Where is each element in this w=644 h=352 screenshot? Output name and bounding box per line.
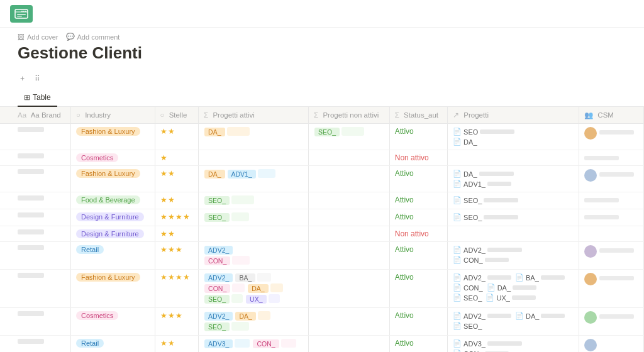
progetti-cell bbox=[448, 150, 579, 166]
page-actions: 🖼 Add cover 💬 Add comment bbox=[18, 33, 626, 41]
progetti-cell: 📄ADV2_ 📄CON_ bbox=[448, 242, 579, 270]
table-header-row: Aa Aa Brand ○ Industry ○ Stelle Σ Proget… bbox=[0, 107, 644, 124]
progetti-attivi-cell: ADV2_ CON_ bbox=[199, 242, 309, 270]
avatar bbox=[584, 127, 597, 140]
add-cover-button[interactable]: 🖼 Add cover bbox=[18, 33, 58, 41]
stelle-cell: ★★ bbox=[155, 166, 199, 192]
industry-cell: Food & Beverage bbox=[71, 192, 155, 209]
progetti-attivi-cell bbox=[199, 226, 309, 242]
stelle-cell: ★★★★ bbox=[155, 209, 199, 226]
avatar bbox=[584, 245, 597, 258]
svg-rect-2 bbox=[17, 16, 22, 17]
col-stelle[interactable]: ○ Stelle bbox=[155, 107, 199, 124]
stelle-cell: ★★ bbox=[155, 124, 199, 150]
progetti-attivi-cell: SEO_ bbox=[199, 192, 309, 209]
brand-cell bbox=[0, 308, 71, 336]
grid-icon: ⠿ bbox=[35, 74, 40, 83]
status-cell: Attivo bbox=[389, 192, 447, 209]
industry-cell: Retail bbox=[71, 336, 155, 353]
col-brand[interactable]: Aa Aa Brand bbox=[0, 107, 71, 124]
project-chip: DA_ bbox=[204, 128, 225, 136]
progetti-cell: 📄ADV2_ 📄DA_ 📄SEO_ bbox=[448, 308, 579, 336]
main-table: Aa Aa Brand ○ Industry ○ Stelle Σ Proget… bbox=[0, 107, 644, 352]
table-row: Design & Furniture ★★★★ SEO_ Attivo 📄SEO… bbox=[0, 209, 644, 226]
col-progetti[interactable]: ↗ Progetti bbox=[448, 107, 579, 124]
industry-cell: Design & Furniture bbox=[71, 226, 155, 242]
brand-cell bbox=[0, 192, 71, 209]
progetti-non-attivi-cell: SEO_ bbox=[309, 124, 390, 150]
col-industry[interactable]: ○ Industry bbox=[71, 107, 155, 124]
progetti-non-attivi-cell bbox=[309, 242, 390, 270]
status-cell: Attivo bbox=[389, 166, 447, 192]
csm-cell bbox=[579, 308, 644, 336]
comment-icon: 💬 bbox=[66, 33, 75, 41]
add-cover-label: Add cover bbox=[27, 33, 58, 41]
avatar bbox=[584, 273, 597, 285]
tab-table[interactable]: ⊞ Table bbox=[18, 89, 57, 107]
industry-cell: Design & Furniture bbox=[71, 209, 155, 226]
status-cell: Attivo bbox=[389, 270, 447, 308]
col-progetti-non-attivi[interactable]: Σ Progetti non attivi bbox=[309, 107, 390, 124]
col-csm[interactable]: 👥 CSM bbox=[579, 107, 644, 124]
svg-point-5 bbox=[21, 11, 23, 12]
csm-cell bbox=[579, 192, 644, 209]
status-cell: Attivo bbox=[389, 124, 447, 150]
stelle-cell: ★★ bbox=[155, 226, 199, 242]
text-icon: Aa bbox=[18, 111, 26, 119]
stelle-cell: ★★★ bbox=[155, 242, 199, 270]
csm-cell bbox=[579, 209, 644, 226]
table-row: Food & Beverage ★★ SEO_ Attivo 📄SEO_ bbox=[0, 192, 644, 209]
progetti-cell: 📄ADV2_ 📄BA_ 📄CON_ 📄DA_ 📄SEO_ 📄UX_ bbox=[448, 270, 579, 308]
brand-cell bbox=[0, 270, 71, 308]
progetti-cell: 📄SEO_ bbox=[448, 209, 579, 226]
col-progetti-attivi[interactable]: Σ Progetti attivi bbox=[199, 107, 309, 124]
stelle-cell: ★★ bbox=[155, 336, 199, 353]
avatar bbox=[584, 339, 597, 351]
col-status[interactable]: Σ Status_aut bbox=[389, 107, 447, 124]
csm-cell bbox=[579, 336, 644, 353]
brand-cell bbox=[0, 226, 71, 242]
industry-cell: Cosmetics bbox=[71, 150, 155, 166]
progetti-non-attivi-cell bbox=[309, 166, 390, 192]
svg-rect-1 bbox=[17, 14, 26, 15]
status-cell: Attivo bbox=[389, 242, 447, 270]
grid-button[interactable]: ⠿ bbox=[32, 73, 43, 84]
page-title: Gestione Clienti bbox=[18, 43, 626, 63]
csm-cell bbox=[579, 124, 644, 150]
csm-cell bbox=[579, 242, 644, 270]
brand-cell bbox=[0, 166, 71, 192]
toolbar: + ⠿ bbox=[0, 70, 644, 87]
status-cell: Non attivo bbox=[389, 150, 447, 166]
brand-cell bbox=[0, 336, 71, 353]
progetti-non-attivi-cell bbox=[309, 192, 390, 209]
progetti-attivi-cell: ADV2_ BA_ CON_ DA_ SEO_ bbox=[199, 270, 309, 308]
table-row: Fashion & Luxury ★★★★ ADV2_ BA_ CON_ bbox=[0, 270, 644, 308]
progetti-cell: 📄SEO 📄DA_ bbox=[448, 124, 579, 150]
status-badge: Non attivo bbox=[395, 153, 429, 162]
view-tabs: ⊞ Table bbox=[0, 89, 644, 107]
table-row: Fashion & Luxury ★★ DA_ ADV1_ Attivo 📄D bbox=[0, 166, 644, 192]
svg-point-4 bbox=[23, 11, 25, 12]
progetti-non-attivi-cell bbox=[309, 336, 390, 353]
table-row: Retail ★★★ ADV2_ CON_ bbox=[0, 242, 644, 270]
progetti-cell: 📄ADV3_ 📄CON_ bbox=[448, 336, 579, 353]
industry-cell: Fashion & Luxury bbox=[71, 270, 155, 308]
stelle-cell: ★★★ bbox=[155, 308, 199, 336]
industry-cell: Fashion & Luxury bbox=[71, 166, 155, 192]
avatar bbox=[584, 169, 597, 182]
brand-cell bbox=[0, 209, 71, 226]
industry-cell: Retail bbox=[71, 242, 155, 270]
status-cell: Non attivo bbox=[389, 226, 447, 242]
stelle-cell: ★★ bbox=[155, 192, 199, 209]
progetti-attivi-cell: DA_ bbox=[199, 124, 309, 150]
add-comment-button[interactable]: 💬 Add comment bbox=[66, 33, 120, 41]
add-button[interactable]: + bbox=[18, 73, 27, 84]
progetti-non-attivi-cell bbox=[309, 226, 390, 242]
progetti-non-attivi-cell bbox=[309, 308, 390, 336]
stelle-cell: ★ bbox=[155, 150, 199, 166]
status-cell: Attivo bbox=[389, 308, 447, 336]
industry-cell: Cosmetics bbox=[71, 308, 155, 336]
svg-point-3 bbox=[25, 11, 26, 12]
progetti-attivi-cell: ADV3_ CON_ bbox=[199, 336, 309, 353]
table-row: Cosmetics ★★★ ADV2_ DA_ SEO_ bbox=[0, 308, 644, 336]
